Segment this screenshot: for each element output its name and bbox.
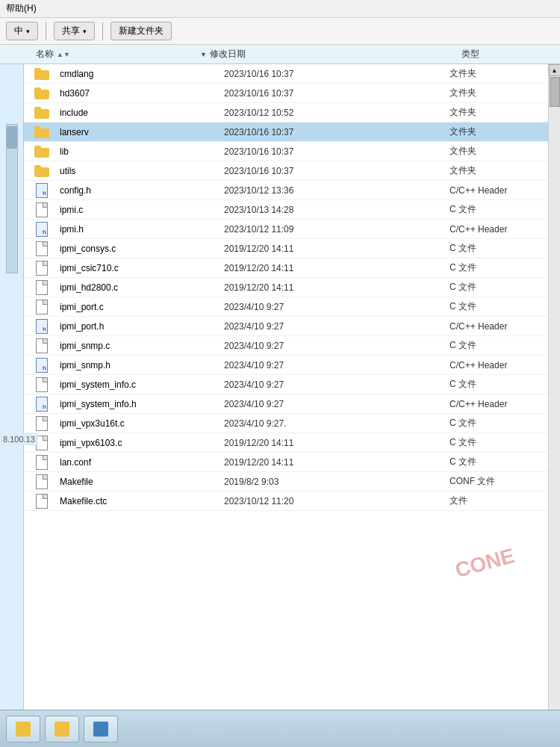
table-row[interactable]: Makefile2019/8/2 9:03CONF 文件 — [24, 472, 548, 492]
file-type: C 文件 — [444, 417, 548, 430]
vscrollbar[interactable]: ▲ ▼ — [548, 64, 560, 747]
table-row[interactable]: ipmi_system_info.c2023/4/10 9:27C 文件 — [24, 375, 548, 394]
file-type: C 文件 — [444, 378, 548, 391]
file-name: ipmi_port.c — [60, 302, 218, 312]
table-row[interactable]: cmdlang2023/10/16 10:37文件夹 — [24, 64, 548, 84]
file-date: 2023/10/12 13:36 — [218, 185, 444, 196]
file-date: 2023/10/16 10:37 — [218, 146, 444, 157]
file-type: C/C++ Header — [444, 224, 548, 235]
table-row[interactable]: lib2023/10/16 10:37文件夹 — [24, 142, 548, 161]
taskbar-btn-1[interactable] — [6, 716, 40, 743]
file-name: cmdlang — [60, 69, 218, 79]
file-icon-cell — [24, 338, 60, 353]
file-icon-cell — [24, 494, 60, 509]
file-icon-cell — [24, 146, 60, 158]
sidebar-scrollbar[interactable] — [6, 124, 18, 273]
file-type: 文件夹 — [444, 106, 548, 119]
file-name: ipmi_port.h — [60, 321, 218, 332]
toolbar-divider-2 — [102, 22, 103, 40]
file-date: 2023/10/13 14:28 — [218, 205, 444, 215]
file-name: Makefile — [60, 477, 218, 487]
file-type: 文件夹 — [444, 67, 548, 80]
col-name-header[interactable]: 名称 ▲▼ — [0, 48, 194, 61]
c-file-icon — [36, 455, 48, 470]
table-row[interactable]: ipmi_snmp.h2023/4/10 9:27C/C++ Header — [24, 356, 548, 375]
file-icon-cell — [24, 474, 60, 489]
file-icon-cell — [24, 377, 60, 392]
file-date: 2019/8/2 9:03 — [218, 477, 444, 487]
table-row[interactable]: ipmi_port.h2023/4/10 9:27C/C++ Header — [24, 317, 548, 336]
menu-help[interactable]: 帮助(H) — [6, 2, 37, 15]
table-row[interactable]: ipmi.c2023/10/13 14:28C 文件 — [24, 200, 548, 220]
taskbar-btn-3[interactable] — [84, 716, 118, 743]
align-label: 中 — [14, 25, 23, 37]
table-row[interactable]: ipmi_hd2800.c2019/12/20 14:11C 文件 — [24, 278, 548, 297]
new-folder-label: 新建文件夹 — [119, 25, 164, 37]
file-name: ipmi.h — [60, 224, 218, 235]
file-name: ipmi_vpx6103.c — [60, 438, 218, 448]
table-row[interactable]: ipmi_vpx6103.c2019/12/20 14:11C 文件 — [24, 433, 548, 453]
file-name: config.h — [60, 185, 218, 196]
file-icon-cell — [24, 455, 60, 470]
file-icon-cell — [24, 261, 60, 276]
align-button[interactable]: 中 ▾ — [6, 22, 38, 40]
file-name: hd3607 — [60, 88, 218, 99]
taskbar-btn-2[interactable] — [45, 716, 79, 743]
folder-icon — [34, 165, 49, 177]
col-name-label: 名称 — [36, 48, 54, 61]
file-name: lanserv — [60, 127, 218, 137]
table-row[interactable]: Makefile.ctc2023/10/12 11:20文件 — [24, 492, 548, 511]
file-type: C 文件 — [444, 456, 548, 468]
c-file-icon — [36, 280, 48, 295]
file-list: cmdlang2023/10/16 10:37文件夹hd36072023/10/… — [24, 64, 548, 747]
file-date: 2019/12/20 14:11 — [218, 244, 444, 254]
file-date: 2023/10/12 10:52 — [218, 108, 444, 118]
new-folder-button[interactable]: 新建文件夹 — [111, 22, 172, 40]
table-row[interactable]: include2023/10/12 10:52文件夹 — [24, 103, 548, 123]
table-row[interactable]: utils2023/10/16 10:37文件夹 — [24, 161, 548, 181]
table-row[interactable]: ipmi_snmp.c2023/4/10 9:27C 文件 — [24, 336, 548, 356]
file-date: 2023/4/10 9:27 — [218, 321, 444, 332]
taskbar — [0, 710, 560, 747]
sidebar — [0, 64, 24, 747]
file-type: C 文件 — [444, 300, 548, 313]
table-row[interactable]: ipmi_system_info.h2023/4/10 9:27C/C++ He… — [24, 394, 548, 414]
toolbar-divider-1 — [46, 22, 46, 40]
table-row[interactable]: ipmi_port.c2023/4/10 9:27C 文件 — [24, 297, 548, 317]
col-date-header[interactable]: ▼ 修改日期 — [194, 48, 455, 61]
file-type: 文件夹 — [444, 87, 548, 99]
table-row[interactable]: hd36072023/10/16 10:37文件夹 — [24, 84, 548, 103]
folder-icon — [34, 87, 49, 99]
file-name: ipmi_consys.c — [60, 244, 218, 254]
table-row[interactable]: lanserv2023/10/16 10:37文件夹 — [24, 123, 548, 142]
file-type: C 文件 — [444, 261, 548, 274]
table-row[interactable]: ipmi_consys.c2019/12/20 14:11C 文件 — [24, 239, 548, 258]
share-button[interactable]: 共享 ▾ — [54, 22, 95, 40]
file-date: 2023/4/10 9:27 — [218, 399, 444, 409]
folder-icon — [34, 146, 49, 158]
file-name: ipmi_system_info.h — [60, 399, 218, 409]
table-row[interactable]: ipmi_csic710.c2019/12/20 14:11C 文件 — [24, 258, 548, 278]
col-type-header[interactable]: 类型 — [455, 48, 560, 61]
file-name: utils — [60, 166, 218, 176]
table-row[interactable]: lan.conf2019/12/20 14:11C 文件 — [24, 453, 548, 472]
scroll-thumb[interactable] — [550, 77, 560, 107]
scroll-track[interactable] — [549, 76, 561, 735]
menubar: 帮助(H) — [0, 0, 560, 18]
c-file-icon — [36, 261, 48, 276]
file-name: ipmi_hd2800.c — [60, 282, 218, 293]
c-file-icon — [36, 202, 48, 217]
scroll-up-arrow[interactable]: ▲ — [549, 64, 561, 76]
c-file-icon — [36, 338, 48, 353]
file-name: lib — [60, 146, 218, 157]
file-name: ipmi_snmp.h — [60, 360, 218, 371]
file-type: C 文件 — [444, 436, 548, 449]
table-row[interactable]: config.h2023/10/12 13:36C/C++ Header — [24, 181, 548, 200]
file-date: 2023/10/16 10:37 — [218, 88, 444, 99]
c-file-icon — [36, 377, 48, 392]
c-file-icon — [36, 416, 48, 431]
table-row[interactable]: ipmi.h2023/10/12 11:09C/C++ Header — [24, 220, 548, 239]
file-date: 2019/12/20 14:11 — [218, 263, 444, 273]
table-row[interactable]: ipmi_vpx3u16t.c2023/4/10 9:27.C 文件 — [24, 414, 548, 433]
file-name: ipmi.c — [60, 205, 218, 215]
